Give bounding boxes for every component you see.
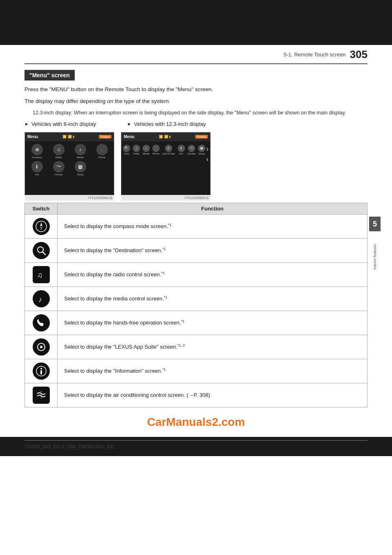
display-indent-note: 12.3-inch display: When an interruption … xyxy=(33,109,368,117)
phone-icon xyxy=(33,314,50,331)
svg-text:♪: ♪ xyxy=(38,295,42,304)
dark-band-top xyxy=(0,0,392,45)
switch-col-compass xyxy=(25,214,58,238)
screen-8inch-grid-row2: ℹ Info 〜 Climate ▦ Setup xyxy=(25,161,114,177)
screen-12inch-dest-label: Dest xyxy=(124,152,129,155)
variant-12inch-label: Vehicles with 12.3-inch display xyxy=(134,121,206,127)
screen-12inch-rows: 🔍 Dest ♫ Radio ♪ Media xyxy=(121,141,210,157)
func-col-destination: Select to display the "Destination" scre… xyxy=(58,238,368,262)
table-row: ♫ Select to display the radio control sc… xyxy=(25,262,368,286)
screen-8inch-caption: IY51GS094US xyxy=(25,195,114,201)
svg-marker-1 xyxy=(40,222,42,226)
screen-8inch-grid-row1: ⊕ Compass ♫ Radio ♪ Media 📞 xyxy=(25,141,114,161)
intro-text: Press the "MENU" button on the Remote To… xyxy=(24,85,368,94)
screen-8inch-setup: ▦ Setup xyxy=(70,161,91,176)
page-number: 305 xyxy=(350,48,368,61)
page-header: 5-1. Remote Touch screen 305 xyxy=(24,45,368,64)
table-row: Select to display the "Information" scre… xyxy=(25,359,368,383)
func-col-phone: Select to display the hands-free operati… xyxy=(58,311,368,335)
chapter-number: 5 xyxy=(369,217,381,231)
screen-12inch-dest-icon: 🔍 xyxy=(123,145,130,152)
screen-8inch-climate: 〜 Climate xyxy=(48,161,69,176)
screen-8inch-icons-right: 📶 📶 ▮ xyxy=(62,135,74,139)
screen-12inch-radio-label: Radio xyxy=(133,152,140,155)
screen-8inch-phone: 📞 Phone xyxy=(91,144,112,159)
screen-12inch-media-icon: ♪ xyxy=(143,145,150,152)
screen-8inch-media-label: Media xyxy=(77,156,83,159)
screen-8inch-info: ℹ Info xyxy=(27,161,47,176)
page-footer: GS350_300_GS F_OM_OM30G34U_(U) xyxy=(24,440,368,453)
watermark: CarManuals2.com xyxy=(24,416,368,429)
screen-12inch-phone: 📞 Phone xyxy=(152,145,160,155)
footer-model: GS350_300_GS F_OM_OM30G34U_(U) xyxy=(24,444,114,450)
screen-8inch-climate-label: Climate xyxy=(54,173,62,176)
switch-col-phone xyxy=(25,311,58,335)
screen-12inch-lexus-label: LEXUS App xyxy=(162,152,175,155)
screen-12inch-info: ℹ Info xyxy=(178,145,185,155)
screen-12inch-climate-icon: 〜 xyxy=(188,145,195,152)
screen-8inch-media-icon: ♪ xyxy=(75,144,86,155)
screen-12inch-mockup: Menu 📶 📶 ▮ Display 🔍 Dest ♫ R xyxy=(121,132,211,195)
table-row: Select to display the "Destination" scre… xyxy=(25,238,368,262)
screen-12inch-setup-icon: ▦ xyxy=(198,145,205,152)
screen-12inch-dest: 🔍 Dest xyxy=(123,145,130,155)
screen-8inch-info-label: Info xyxy=(35,173,39,176)
climate-icon xyxy=(33,387,50,404)
superscript-phone: *1 xyxy=(181,319,185,323)
svg-text:♫: ♫ xyxy=(37,271,43,279)
screen-8inch-compass-icon: ⊕ xyxy=(31,144,43,155)
screen-12inch-phone-icon: 📞 xyxy=(152,145,160,152)
switch-col-climate xyxy=(25,383,58,407)
switch-col-radio: ♫ xyxy=(25,262,58,286)
screen-8inch-climate-icon: 〜 xyxy=(53,161,65,172)
bullet-8inch: ► xyxy=(24,121,29,126)
screen-12inch-grid-wide: 🔍 Dest ♫ Radio ♪ Media xyxy=(123,145,205,155)
screen-12inch-setup: ▦ Setup xyxy=(198,145,205,155)
page-outer: 5-1. Remote Touch screen 305 "Menu" scre… xyxy=(0,0,392,555)
variant-8inch: ► Vehicles with 8-inch display xyxy=(24,121,96,127)
screen-8inch-setup-label: Setup xyxy=(77,173,84,176)
svg-line-4 xyxy=(42,252,45,255)
svg-rect-11 xyxy=(40,370,42,374)
superscript-radio: *1 xyxy=(161,271,165,275)
func-col-info: Select to display the "Information" scre… xyxy=(58,359,368,383)
superscript-destination: *1 xyxy=(162,247,166,251)
screen-8inch-radio-label: Radio xyxy=(56,156,62,159)
switch-col-lexus xyxy=(25,335,58,359)
screen-8inch-info-icon: ℹ xyxy=(31,161,43,172)
table-row: Select to display the air conditioning c… xyxy=(25,383,368,407)
func-col-radio: Select to display the radio control scre… xyxy=(58,262,368,286)
destination-icon xyxy=(33,242,50,259)
screen-8inch-radio: ♫ Radio xyxy=(48,144,69,159)
info-icon xyxy=(33,363,50,380)
table-header-function: Function xyxy=(58,203,368,214)
screen-8inch-phone-label: Phone xyxy=(98,156,105,159)
screen-12inch-inner: Menu 📶 📶 ▮ Display 🔍 Dest ♫ R xyxy=(121,132,210,195)
screen-8inch-compass: ⊕ Compass xyxy=(27,144,47,159)
svg-marker-2 xyxy=(40,226,42,231)
screen-12inch-phone-label: Phone xyxy=(152,152,159,155)
screen-8inch-compass-label: Compass xyxy=(32,156,42,159)
switch-col-media: ♪ xyxy=(25,286,58,311)
screen-12inch-topbar: Menu 📶 📶 ▮ Display xyxy=(121,132,210,141)
screen-8inch-setup-icon: ▦ xyxy=(75,161,86,172)
section-box: "Menu" screen xyxy=(24,70,75,81)
table-row: Select to display the hands-free operati… xyxy=(25,311,368,335)
table-row: Select to display the "LEXUS App Suite" … xyxy=(25,335,368,359)
screen-8inch-media: ♪ Media xyxy=(70,144,91,159)
screen-8inch-display-btn: Display xyxy=(99,135,111,139)
media-icon: ♪ xyxy=(33,290,50,307)
func-col-climate: Select to display the air conditioning c… xyxy=(58,383,368,407)
screen-12inch-radio: ♫ Radio xyxy=(133,145,140,155)
radio-icon: ♫ xyxy=(33,266,50,283)
superscript-media: *1 xyxy=(164,295,167,299)
screens-row: Menu 📶 📶 ▮ Display ⊕ Compass ♫ Radio xyxy=(24,132,368,195)
screen-12inch-menu-label: Menu xyxy=(124,134,134,139)
content-area: 5-1. Remote Touch screen 305 "Menu" scre… xyxy=(0,45,392,429)
switch-col-info xyxy=(25,359,58,383)
screen-8inch-topbar: Menu 📶 📶 ▮ Display xyxy=(25,132,114,141)
svg-point-10 xyxy=(40,368,42,369)
func-col-lexus: Select to display the "LEXUS App Suite" … xyxy=(58,335,368,359)
chapter-label: Interior features xyxy=(373,232,377,281)
screen-12inch-lexus-icon: ⊙ xyxy=(165,145,172,152)
